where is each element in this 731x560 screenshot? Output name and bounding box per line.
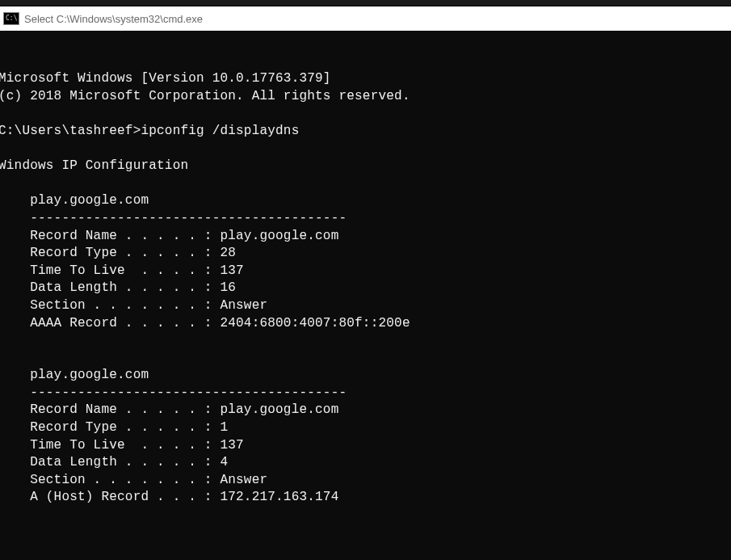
terminal-content: Microsoft Windows [Version 10.0.17763.37… [0, 70, 731, 507]
cmd-icon: C:\. [3, 12, 19, 25]
window-title: Select C:\Windows\system32\cmd.exe [24, 13, 203, 25]
window-title-bar[interactable]: C:\. Select C:\Windows\system32\cmd.exe [0, 6, 731, 31]
cmd-icon-text: C:\. [6, 15, 21, 22]
terminal-output[interactable]: Microsoft Windows [Version 10.0.17763.37… [0, 31, 731, 560]
background-tabs [0, 0, 731, 6]
